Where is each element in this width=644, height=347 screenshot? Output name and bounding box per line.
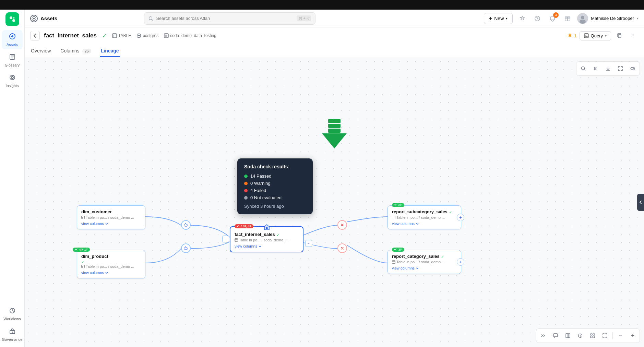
category-view-columns[interactable]: view columns (392, 266, 457, 270)
svg-point-1 (12, 19, 15, 22)
bottom-chat-btn[interactable] (550, 330, 561, 341)
sidebar-item-glossary[interactable]: Glossary (2, 51, 23, 70)
sidebar-item-assets[interactable]: Assets (2, 30, 23, 49)
failed-dot (244, 189, 248, 192)
x-icon (340, 223, 345, 227)
copy-button[interactable] (614, 30, 625, 41)
star-button[interactable]: 1 (567, 33, 576, 38)
svg-point-17 (33, 17, 35, 19)
table-icon (112, 33, 117, 38)
sidebar-item-governance[interactable]: Governance (2, 325, 23, 344)
asset-header: fact_internet_sales ✓ TABLE (25, 27, 644, 57)
subcategory-expand-btn[interactable]: + (457, 214, 464, 221)
fact-view-columns[interactable]: view columns (235, 244, 299, 248)
query-button[interactable]: Query ▾ (580, 31, 611, 40)
collapse-right-btn[interactable]: − (305, 240, 312, 247)
more-icon (630, 33, 636, 38)
tab-overview[interactable]: Overview (30, 45, 51, 57)
sidebar-item-workflows[interactable]: Workflows (2, 304, 23, 324)
lineage-back-btn[interactable] (590, 63, 601, 74)
content-area: fact_internet_sales ✓ TABLE (25, 27, 644, 347)
dim-customer-meta: Table in po... / soda_demo ... (81, 215, 141, 219)
arrow-stripe-1 (328, 119, 341, 123)
svg-rect-45 (266, 227, 267, 229)
favorites-button[interactable] (517, 13, 528, 24)
svg-rect-61 (566, 334, 570, 338)
chevron-small-icon (105, 222, 108, 225)
chat-icon (553, 333, 558, 338)
lineage-view-btn[interactable] (627, 63, 638, 74)
tab-lineage[interactable]: Lineage (100, 45, 120, 57)
dim-customer-view-columns[interactable]: view columns (81, 222, 141, 226)
tab-columns[interactable]: Columns 26 (60, 45, 92, 57)
bottom-grid-btn[interactable] (587, 330, 598, 341)
svg-rect-67 (591, 334, 592, 335)
lineage-search-btn[interactable] (578, 63, 589, 74)
more-button[interactable] (628, 30, 639, 41)
tabs: Overview Columns 26 Lineage (30, 45, 639, 57)
category-expand-btn[interactable]: + (457, 258, 464, 266)
right-connector-bottom[interactable] (337, 243, 347, 253)
sidebar-item-assets-label: Assets (7, 43, 18, 47)
query-icon (584, 33, 589, 38)
search-input[interactable] (156, 16, 294, 21)
sidebar-item-insights-label: Insights (6, 84, 19, 88)
collapse-left-btn[interactable]: − (222, 236, 229, 242)
notifications-button[interactable]: 4 (547, 13, 558, 24)
lineage-bottom-toolbar: − + (536, 328, 640, 343)
help-button[interactable] (532, 13, 543, 24)
bottom-zoom-out-btn[interactable]: − (615, 330, 626, 341)
svg-point-32 (137, 34, 141, 36)
dim-customer-node[interactable]: dim_customer Table in po... / soda_demo … (77, 205, 145, 229)
svg-rect-52 (392, 261, 395, 264)
svg-point-0 (10, 16, 12, 19)
subcategory-name: report_subcategory_sales (392, 209, 448, 214)
fact-meta: Table in po... / soda_demo_... (235, 238, 299, 242)
passed-label: 14 Passed (250, 174, 271, 179)
subcategory-badge: 3P (392, 203, 404, 207)
home-icon (264, 224, 270, 230)
app-logo[interactable] (5, 12, 19, 26)
bottom-info-btn[interactable] (575, 330, 586, 341)
schema-icon (164, 33, 169, 38)
search-icon (148, 16, 153, 21)
category-meta: Table in po... / soda_demo ... (392, 260, 457, 264)
left-connector-bottom[interactable] (181, 243, 191, 253)
dim-product-view-columns[interactable]: view columns (81, 271, 141, 275)
right-connector-top[interactable] (337, 220, 347, 230)
lineage-download-btn[interactable] (603, 63, 613, 74)
svg-point-38 (633, 37, 633, 37)
fact-internet-sales-node[interactable]: 14P, 4F fact_internet_sales ✓ (230, 226, 303, 252)
report-subcategory-node[interactable]: 3P report_subcategory_sales ✓ Table in p… (387, 205, 461, 229)
badge-icon (237, 225, 239, 227)
table-small2-icon (81, 265, 85, 268)
user-info[interactable]: Mathisse De Strooper ▾ (577, 13, 639, 24)
arrow-head (322, 133, 347, 148)
back-button[interactable] (30, 31, 40, 40)
lineage-expand-btn[interactable] (615, 63, 626, 74)
bottom-skip-btn[interactable] (538, 330, 549, 341)
asset-name: fact_internet_sales (44, 32, 97, 39)
bottom-fullscreen-btn[interactable] (599, 330, 610, 341)
search-bar[interactable]: ⌘ + K (144, 12, 315, 25)
subcategory-view-columns[interactable]: view columns (392, 222, 457, 226)
side-collapse-button[interactable] (637, 194, 644, 211)
gifts-button[interactable] (562, 13, 573, 24)
left-connector-top[interactable] (181, 220, 191, 230)
lineage-eye-icon (630, 66, 635, 71)
check-sub-icon (394, 203, 397, 206)
sidebar-item-insights[interactable]: Insights (2, 71, 23, 91)
subcategory-verified: ✓ (449, 210, 452, 215)
report-category-node[interactable]: 3P report_category_sales ✓ Table in po..… (387, 250, 461, 274)
bottom-zoom-in-btn[interactable]: + (627, 330, 638, 341)
header-assets-title: Assets (40, 15, 57, 21)
asset-schema: soda_demo_data_testing (170, 33, 216, 38)
home-badge (264, 224, 270, 231)
passed-dot (244, 175, 248, 178)
bottom-columns-btn[interactable] (562, 330, 573, 341)
category-name: report_category_sales (392, 254, 440, 259)
asset-schema-item: soda_demo_data_testing (164, 33, 216, 38)
dim-product-node[interactable]: 4P, 1F dim_product ✓ Table in po... / so… (77, 250, 145, 278)
new-button[interactable]: + New ▾ (484, 13, 513, 24)
verified-icon: ✓ (102, 33, 107, 39)
